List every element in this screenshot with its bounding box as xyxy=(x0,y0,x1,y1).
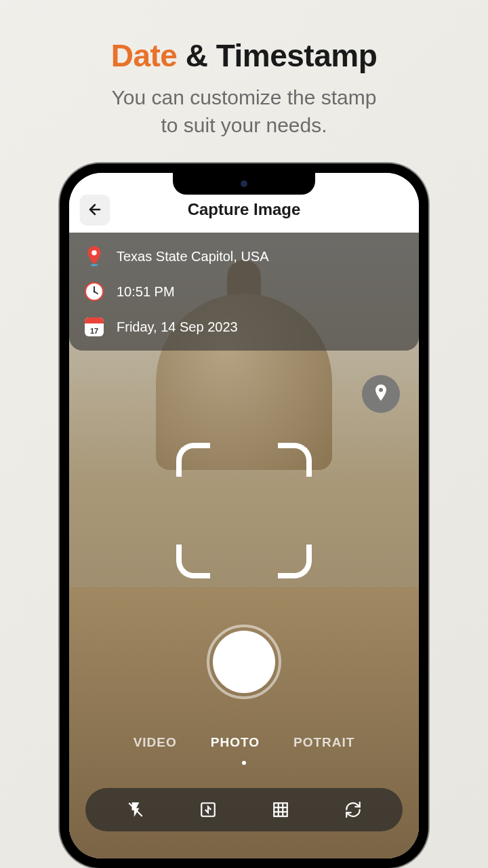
focus-frame xyxy=(176,443,312,578)
back-button[interactable] xyxy=(80,195,110,224)
app-title: Capture Image xyxy=(188,200,301,219)
headline-rest: & Timestamp xyxy=(177,38,377,73)
phone-screen: Capture Image Texas State Capitol, USA xyxy=(69,173,419,859)
page-headline: Date & Timestamp xyxy=(111,37,378,74)
date-row: 17 Friday, 14 Sep 2023 xyxy=(84,317,404,337)
location-text: Texas State Capitol, USA xyxy=(117,249,269,264)
location-row: Texas State Capitol, USA xyxy=(84,246,404,267)
date-text: Friday, 14 Sep 2023 xyxy=(117,319,238,335)
capture-modes: VIDEO PHOTO POTRAIT xyxy=(69,735,419,750)
refresh-icon xyxy=(344,801,362,818)
mode-indicator-dot xyxy=(242,761,246,765)
svg-point-1 xyxy=(92,250,97,256)
flash-button[interactable] xyxy=(122,796,149,823)
phone-notch xyxy=(173,173,315,195)
map-pin-button[interactable] xyxy=(362,375,400,413)
camera-viewfinder: Texas State Capitol, USA 10:51 PM 17 Fri… xyxy=(69,233,419,859)
shutter-button[interactable] xyxy=(207,625,281,699)
switch-camera-button[interactable] xyxy=(340,796,367,823)
mode-portrait[interactable]: POTRAIT xyxy=(293,735,354,750)
page-subtitle: You can customize the stamp to suit your… xyxy=(112,84,377,139)
flash-off-icon xyxy=(127,801,144,818)
calendar-day: 17 xyxy=(90,327,98,335)
phone-frame: Capture Image Texas State Capitol, USA xyxy=(60,163,428,868)
location-pin-icon xyxy=(84,246,104,267)
grid-icon xyxy=(272,801,289,818)
clock-icon xyxy=(84,281,104,302)
mode-photo[interactable]: PHOTO xyxy=(211,735,260,750)
svg-point-6 xyxy=(94,291,96,293)
pin-icon xyxy=(373,384,389,403)
headline-accent: Date xyxy=(111,38,178,73)
time-row: 10:51 PM xyxy=(84,281,404,302)
svg-point-2 xyxy=(91,264,98,266)
shutter-inner xyxy=(213,631,275,693)
mode-video[interactable]: VIDEO xyxy=(134,735,177,750)
arrow-left-icon xyxy=(87,201,103,218)
aspect-ratio-button[interactable] xyxy=(195,796,222,823)
camera-toolbar xyxy=(85,788,403,831)
time-text: 10:51 PM xyxy=(117,284,175,300)
calendar-icon: 17 xyxy=(84,317,104,337)
svg-rect-9 xyxy=(274,803,287,816)
aspect-ratio-icon xyxy=(199,801,217,818)
grid-button[interactable] xyxy=(267,796,294,823)
stamp-info-panel: Texas State Capitol, USA 10:51 PM 17 Fri… xyxy=(69,233,419,351)
